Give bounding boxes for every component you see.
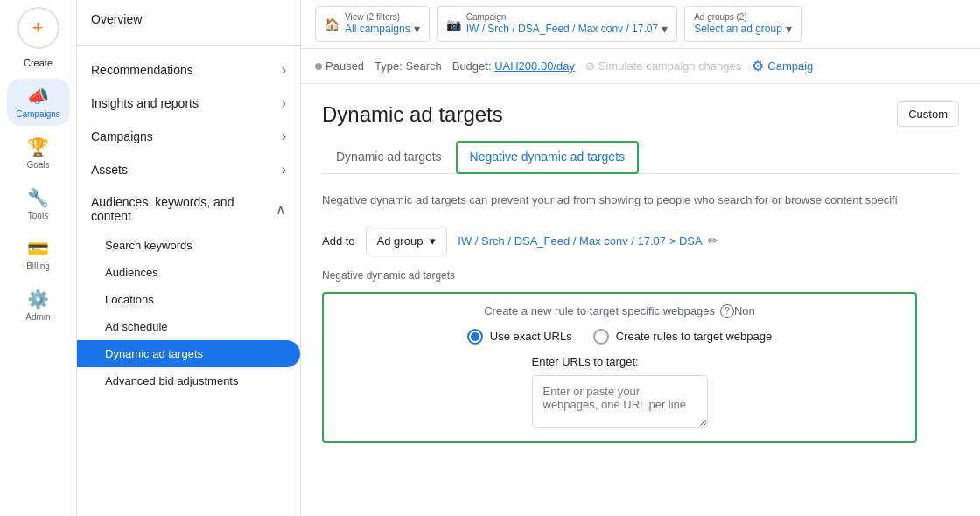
chevron-down-icon-view: ▾ [414,22,420,36]
create-rule-label: Create a new rule to target specific web… [484,304,734,318]
radio-circle-exact [467,329,483,345]
tools-label: Tools [28,211,48,220]
type-label: Type: Search [374,59,442,73]
create-rule-text: Create a new rule to target specific web… [484,304,715,317]
add-to-row: Add to Ad group ▾ IW / Srch / DSA_Feed /… [322,227,959,255]
view-filter-label: View (2 filters) [345,12,420,22]
url-input-label: Enter URLs to target: [532,355,708,368]
radio-circle-rules [593,329,609,345]
campaign-filter-label: Campaign [466,12,668,22]
main: 🏠 View (2 filters) All campaigns ▾ 📷 Cam… [301,0,980,516]
type-key: Type: [374,59,402,73]
campaign-filter-text: IW / Srch / DSA_Feed / Max conv / 17.07 [466,23,658,35]
nav-sub-search-keywords[interactable]: Search keywords [77,232,300,259]
sidebar-item-admin[interactable]: ⚙️ Admin [7,282,70,329]
description-text: Negative dynamic ad targets can prevent … [322,192,959,209]
create-button[interactable]: + Create [18,7,60,68]
chevron-icon-insights: › [282,95,286,111]
radio-exact-urls[interactable]: Use exact URLs [467,329,572,345]
goals-icon: 🏆 [27,136,49,157]
nav-item-audiences[interactable]: Audiences, keywords, and content ∧ [77,186,300,232]
tab-negative-dynamic-ad-targets[interactable]: Negative dynamic ad targets [456,141,639,174]
nav-overview[interactable]: Overview [77,0,300,38]
nav-panel: Overview Recommendations › Insights and … [77,0,301,516]
sidebar: + Create 📣 Campaigns 🏆 Goals 🔧 Tools 💳 B… [0,0,77,516]
adgroups-filter-text: Select an ad group [694,23,782,35]
campaign-path-text: IW / Srch / DSA_Feed / Max conv / 17.07 … [458,234,702,248]
campaigns-icon: 📣 [27,86,49,107]
custom-button[interactable]: Custom [897,101,959,127]
sidebar-item-campaigns[interactable]: 📣 Campaigns [7,79,70,126]
edit-icon[interactable]: ✏ [708,234,718,248]
nav-item-campaigns[interactable]: Campaigns › [77,120,300,153]
nav-label-assets: Assets [91,163,128,177]
budget-value[interactable]: UAH200.00/day [494,59,575,73]
create-icon: + [32,17,44,39]
info-icon[interactable]: ? [720,304,734,318]
adgroups-filter-label: Ad groups (2) [694,12,792,22]
ad-group-dropdown-label: Ad group [377,234,424,248]
nav-label-recommendations: Recommendations [91,63,193,77]
page-title: Dynamic ad targets [322,102,503,127]
radio-exact-urls-label: Use exact URLs [490,330,572,343]
view-filter-text: All campaigns [345,23,410,35]
campaign-settings-label: Campaig [767,59,813,73]
nav-label-insights: Insights and reports [91,96,199,110]
chevron-icon-audiences: ∧ [276,201,286,218]
nav-sub-advanced-bid[interactable]: Advanced bid adjustments [77,367,300,394]
chevron-icon-assets: › [282,162,286,178]
admin-icon: ⚙️ [27,289,49,310]
nav-label-audiences: Audiences, keywords, and content [91,195,276,223]
chevron-down-icon-adgroups: ▾ [786,22,792,36]
sidebar-item-goals[interactable]: 🏆 Goals [7,129,70,177]
radio-options: Use exact URLs Create rules to target we… [467,329,772,345]
create-label: Create [24,58,52,68]
sidebar-item-tools[interactable]: 🔧 Tools [7,180,70,227]
nav-sub-ad-schedule[interactable]: Ad schedule [77,313,300,340]
nav-item-assets[interactable]: Assets › [77,153,300,186]
campaign-settings-button[interactable]: ⚙ Campaig [752,58,813,74]
campaigns-label: Campaigns [16,109,60,119]
nav-sub-audiences[interactable]: Audiences [77,259,300,286]
type-value: Search [406,59,442,73]
create-rule-box: Create a new rule to target specific web… [322,292,917,443]
status-text: Paused [326,59,364,73]
simulate-button[interactable]: ⊘ Simulate campaign changes [585,59,741,73]
url-textarea[interactable] [532,375,708,428]
nav-item-insights[interactable]: Insights and reports › [77,87,300,120]
nav-label-campaigns: Campaigns [91,129,153,143]
goals-label: Goals [26,160,49,170]
billing-label: Billing [26,261,50,271]
negative-section-label: Negative dynamic ad targets [322,269,959,282]
budget-key: Budget: [452,59,492,73]
campaign-filter-value: IW / Srch / DSA_Feed / Max conv / 17.07 … [466,22,668,36]
nav-item-recommendations[interactable]: Recommendations › [77,53,300,87]
nav-sub-dynamic-ad-targets[interactable]: Dynamic ad targets [77,340,300,367]
subbar: Paused Type: Search Budget: UAH200.00/da… [301,49,980,84]
gear-icon: ⚙ [752,58,764,74]
campaign-path: IW / Srch / DSA_Feed / Max conv / 17.07 … [458,234,718,248]
campaign-filter-dropdown[interactable]: 📷 Campaign IW / Srch / DSA_Feed / Max co… [437,6,677,42]
tabs: Dynamic ad targets Negative dynamic ad t… [322,141,959,174]
tab-dynamic-ad-targets[interactable]: Dynamic ad targets [322,141,456,174]
add-to-label: Add to [322,234,355,248]
ad-group-dropdown[interactable]: Ad group ▾ [366,227,448,255]
sidebar-item-billing[interactable]: 💳 Billing [7,231,70,278]
simulate-label: Simulate campaign changes [598,59,741,73]
adgroups-filter-dropdown[interactable]: Ad groups (2) Select an ad group ▾ [684,6,802,42]
chevron-down-icon-campaign: ▾ [662,22,668,36]
simulate-icon: ⊘ [585,59,595,73]
adgroups-filter-value: Select an ad group ▾ [694,22,792,36]
chevron-icon-campaigns: › [282,129,286,144]
page-title-row: Dynamic ad targets Custom [322,101,959,127]
url-input-section: Enter URLs to target: [532,355,708,430]
budget-label: Budget: UAH200.00/day [452,59,575,73]
radio-create-rules[interactable]: Create rules to target webpage [593,329,773,345]
tools-icon: 🔧 [27,187,49,208]
radio-create-rules-label: Create rules to target webpage [616,330,773,343]
view-filter-dropdown[interactable]: 🏠 View (2 filters) All campaigns ▾ [315,6,430,42]
admin-label: Admin [25,312,50,322]
content-area: Dynamic ad targets Custom Dynamic ad tar… [301,84,980,516]
nav-sub-locations[interactable]: Locations [77,286,300,313]
status-badge: Paused [315,59,364,73]
